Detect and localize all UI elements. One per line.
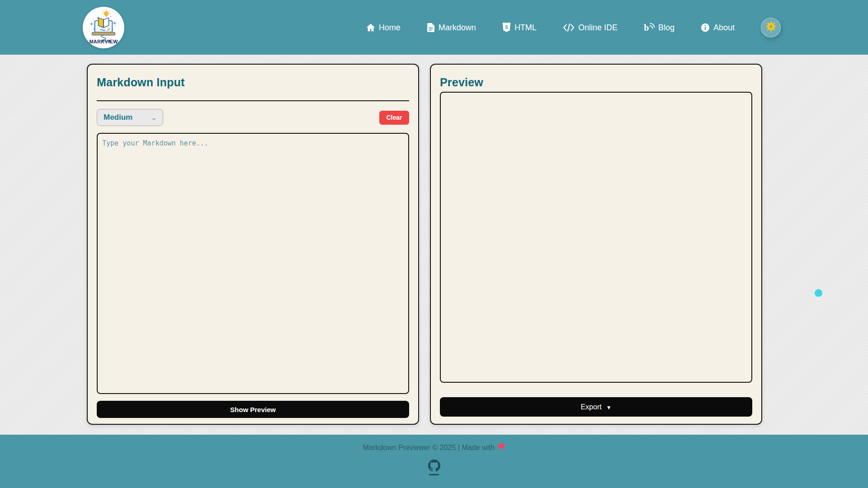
- github-icon: [428, 460, 440, 474]
- svg-text:b: b: [644, 23, 649, 32]
- preview-card: Preview Export▼: [430, 64, 762, 425]
- nav-item-label: Home: [379, 23, 401, 32]
- nav-item-label: Markdown: [439, 23, 476, 32]
- markdown-input-title: Markdown Input: [97, 76, 409, 89]
- divider: [97, 100, 409, 101]
- preview-title: Preview: [440, 76, 752, 89]
- code-icon: [563, 23, 575, 32]
- github-icon-base: [429, 474, 439, 475]
- cursor-dot: [815, 289, 822, 297]
- brand-logo[interactable]: MARKVIEW: [83, 7, 124, 48]
- svg-text:MARKVIEW: MARKVIEW: [89, 39, 118, 44]
- main-nav: Home Markdown 5: [366, 18, 781, 38]
- svg-text:5: 5: [505, 24, 508, 30]
- markdown-input-card: Markdown Input Medium ⌄ Clear Show Previ…: [87, 64, 419, 425]
- markview-logo-icon: MARKVIEW: [84, 8, 123, 47]
- nav-item-about[interactable]: About: [701, 23, 735, 32]
- nav-item-html[interactable]: 5 HTML: [502, 23, 537, 32]
- nav-item-markdown[interactable]: Markdown: [427, 23, 476, 32]
- footer-copyright: Markdown Previewer © 2025 | Made with: [363, 443, 505, 452]
- nav-item-label: Blog: [658, 23, 675, 32]
- preview-output-area: [440, 92, 752, 383]
- footer-copyright-text: Markdown Previewer © 2025 | Made with: [363, 444, 495, 452]
- footer: Markdown Previewer © 2025 | Made with: [0, 435, 868, 488]
- chevron-down-icon: ⌄: [151, 114, 157, 121]
- nav-item-home[interactable]: Home: [366, 23, 401, 32]
- home-icon: [366, 23, 375, 32]
- export-button-label: Export: [580, 403, 601, 411]
- nav-item-label: Online IDE: [578, 23, 618, 32]
- sun-icon: [765, 20, 777, 34]
- main-content: Markdown Input Medium ⌄ Clear Show Previ…: [0, 55, 868, 435]
- blog-icon: b: [644, 23, 655, 32]
- clear-button[interactable]: Clear: [379, 111, 409, 125]
- show-preview-button[interactable]: Show Preview: [97, 401, 409, 418]
- info-icon: [701, 23, 710, 32]
- editor-size-select[interactable]: Medium ⌄: [97, 109, 163, 126]
- editor-controls-row: Medium ⌄ Clear: [97, 109, 409, 126]
- theme-toggle-button[interactable]: [761, 18, 781, 38]
- markdown-file-icon: [427, 23, 435, 32]
- size-select-value: Medium: [104, 113, 132, 122]
- nav-item-label: HTML: [514, 23, 537, 32]
- heart-icon: [498, 443, 505, 452]
- nav-item-label: About: [713, 23, 735, 32]
- html5-icon: 5: [502, 23, 511, 32]
- markdown-textarea[interactable]: [97, 133, 409, 394]
- nav-item-blog[interactable]: b Blog: [644, 23, 675, 32]
- caret-down-icon: ▼: [606, 404, 612, 411]
- export-button[interactable]: Export▼: [440, 397, 752, 417]
- github-link[interactable]: [428, 460, 440, 475]
- header: MARKVIEW Home Markdow: [0, 0, 868, 55]
- nav-item-online-ide[interactable]: Online IDE: [563, 23, 618, 32]
